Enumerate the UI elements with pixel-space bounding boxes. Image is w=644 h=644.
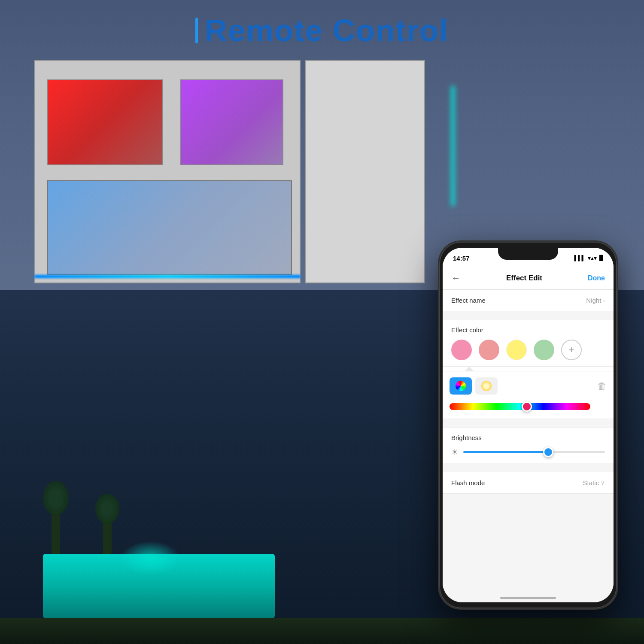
triangle-pointer	[465, 367, 474, 371]
red-room-window	[47, 79, 163, 165]
gap-2	[443, 419, 614, 423]
effect-name-row[interactable]: Effect name Night ›	[443, 290, 614, 311]
title-bar: Remote Control	[0, 13, 644, 48]
flash-mode-row[interactable]: Flash mode Static ∨	[443, 472, 614, 494]
title-accent	[195, 18, 198, 43]
flash-mode-text: Static	[583, 479, 599, 486]
effect-name-text: Night	[586, 297, 601, 304]
color-editor-card: 🗑	[443, 371, 614, 419]
warm-icon	[481, 381, 492, 391]
effect-name-chevron: ›	[603, 297, 605, 304]
brightness-icon: ☀	[451, 447, 458, 457]
warm-tab[interactable]	[475, 377, 498, 395]
app-header: ← Effect Edit Done	[443, 267, 614, 290]
effect-name-value: Night ›	[586, 297, 605, 304]
color-swatch-pink[interactable]	[451, 340, 472, 360]
rainbow-tab[interactable]	[450, 377, 472, 395]
add-color-button[interactable]: +	[561, 340, 582, 360]
color-swatch-mint[interactable]	[534, 340, 554, 360]
brightness-fill	[463, 451, 548, 453]
tree-trunk-2	[103, 519, 112, 554]
led-strip-bottom	[34, 275, 301, 278]
effect-name-label: Effect name	[451, 290, 486, 311]
delete-color-button[interactable]: 🗑	[597, 381, 607, 392]
brightness-slider[interactable]	[463, 451, 605, 453]
color-swatch-salmon[interactable]	[479, 340, 499, 360]
done-button[interactable]: Done	[588, 274, 605, 282]
pool-light	[120, 541, 180, 575]
header-title: Effect Edit	[461, 274, 588, 283]
wifi-icon: ▾▴▾	[588, 255, 597, 261]
tree-top-1	[43, 481, 69, 515]
tree-trunk-1	[52, 511, 60, 554]
status-time: 14:57	[453, 253, 469, 262]
blue-room-window	[47, 180, 292, 275]
color-editor-inner: 🗑	[450, 377, 607, 413]
color-type-tabs	[450, 377, 590, 395]
tree-top-2	[95, 494, 119, 524]
hue-track[interactable]	[450, 403, 590, 410]
battery-icon: ▉	[599, 255, 603, 261]
brightness-thumb[interactable]	[543, 447, 553, 457]
hue-slider-container	[450, 401, 590, 413]
phone-notch	[498, 248, 558, 260]
signal-icon: ▌▌▌	[574, 255, 585, 261]
gap-1	[443, 311, 614, 316]
brightness-row: ☀	[451, 447, 605, 457]
app-content: Effect name Night › Effect color	[443, 290, 614, 602]
phone-screen: 14:57 ▌▌▌ ▾▴▾ ▉ ← Effect Edit Done Effec…	[443, 248, 614, 602]
color-wheel-icon	[456, 381, 466, 391]
color-swatches: +	[451, 340, 605, 360]
hue-thumb[interactable]	[522, 401, 532, 412]
teal-glow	[451, 86, 455, 206]
brightness-section: Brightness ☀	[443, 428, 614, 463]
page-title: Remote Control	[205, 13, 449, 48]
ground	[0, 618, 644, 644]
status-icons: ▌▌▌ ▾▴▾ ▉	[574, 253, 603, 261]
plus-icon: +	[569, 344, 574, 355]
flash-mode-dropdown-icon: ∨	[601, 480, 605, 486]
effect-color-label: Effect color	[451, 326, 605, 334]
triangle-pointer-container	[443, 367, 614, 371]
house-right-wall	[305, 60, 425, 283]
color-controls	[450, 377, 590, 413]
home-indicator	[500, 597, 556, 599]
brightness-label: Brightness	[451, 434, 605, 441]
gap-3	[443, 463, 614, 468]
purple-room-window	[180, 79, 283, 165]
effect-color-section: Effect color +	[443, 320, 614, 367]
delete-button-container: 🗑	[590, 377, 607, 392]
back-button[interactable]: ←	[451, 273, 461, 284]
color-swatch-yellow[interactable]	[506, 340, 527, 360]
flash-mode-value: Static ∨	[583, 479, 605, 486]
flash-mode-label: Flash mode	[451, 472, 485, 493]
phone-mockup: 14:57 ▌▌▌ ▾▴▾ ▉ ← Effect Edit Done Effec…	[438, 240, 618, 610]
phone-frame: 14:57 ▌▌▌ ▾▴▾ ▉ ← Effect Edit Done Effec…	[438, 240, 618, 610]
